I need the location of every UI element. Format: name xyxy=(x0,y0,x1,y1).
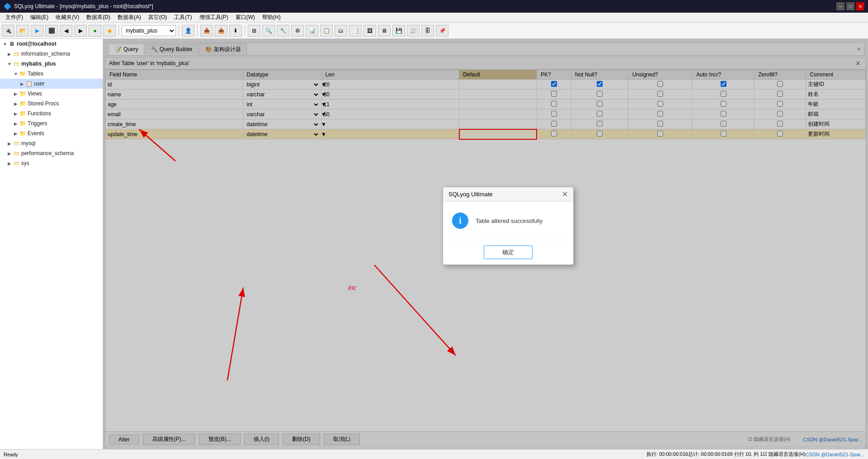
app-icon: 🔷 xyxy=(4,3,11,10)
title-bar: 🔷 SQLyog Ultimate - [mysql/mybatis_plus … xyxy=(0,0,868,13)
bottom-status-bar: Ready 执行: 00:00:00:016 总计: 00:00:00:016 … xyxy=(0,449,868,459)
toggle-tables: ▼ xyxy=(13,71,19,76)
menu-bar: 文件(F) 编辑(E) 收藏夹(V) 数据库(D) 数据表(A) 其它(O) 工… xyxy=(0,13,868,23)
new-connection-btn[interactable]: 🔌 xyxy=(2,25,14,37)
title-bar-left: 🔷 SQLyog Ultimate - [mysql/mybatis_plus … xyxy=(4,3,153,10)
tool3-btn[interactable]: 📊 xyxy=(306,25,318,37)
tree-folder-functions[interactable]: ▶ 📁 Functions xyxy=(0,109,103,118)
label-functions: Functions xyxy=(28,110,51,117)
tool2-btn[interactable]: ⚙ xyxy=(291,25,304,37)
tree-db-sys[interactable]: ▶ 🗃 sys xyxy=(0,158,103,168)
tool9-btn[interactable]: 💾 xyxy=(392,25,405,37)
tree-server-label: root@localhost xyxy=(17,41,57,47)
maximize-button[interactable]: □ xyxy=(846,2,854,10)
export-btn[interactable]: 📤 xyxy=(215,25,227,37)
modal-info-icon: i xyxy=(452,213,468,229)
folder-functions-icon: 📁 xyxy=(19,110,26,117)
toggle-user: ▶ xyxy=(19,81,25,86)
modal-close-btn[interactable]: ✕ xyxy=(562,190,568,199)
tool7-btn[interactable]: 🖼 xyxy=(363,25,376,37)
label-user: user xyxy=(34,80,44,87)
db-icon-mybatis: 🗃 xyxy=(13,61,20,67)
user-btn[interactable]: 👤 xyxy=(182,25,194,37)
modal-ok-btn[interactable]: 确定 xyxy=(484,246,533,259)
menu-favorites[interactable]: 收藏夹(V) xyxy=(52,13,83,22)
menu-file[interactable]: 文件(F) xyxy=(2,13,27,22)
server-icon: 🖥 xyxy=(8,41,15,47)
label-triggers: Triggers xyxy=(28,120,47,127)
menu-database[interactable]: 数据库(D) xyxy=(83,13,114,22)
tool8-btn[interactable]: 🖥 xyxy=(378,25,391,37)
status-credit: CSDN @Daniel521-Spar... xyxy=(806,452,864,457)
tree-db-mysql[interactable]: ▶ 🗃 mysql xyxy=(0,138,103,148)
label-events: Events xyxy=(28,130,44,137)
modal-dialog: SQLyog Ultimate ✕ i Table altered succes… xyxy=(443,187,574,265)
status-ready: Ready xyxy=(4,452,18,457)
minimize-button[interactable]: ─ xyxy=(836,2,844,10)
main-layout: ▼ 🖥 root@localhost ▶ 🗃 information_schem… xyxy=(0,39,868,449)
export2-btn[interactable]: ⬇ xyxy=(229,25,242,37)
toggle-stored-procs: ▶ xyxy=(13,101,19,106)
tree-folder-events[interactable]: ▶ 📁 Events xyxy=(0,128,103,138)
tool11-btn[interactable]: 🗄 xyxy=(421,25,434,37)
title-text: SQLyog Ultimate - [mysql/mybatis_plus - … xyxy=(14,3,153,9)
folder-tables-icon: 📁 xyxy=(19,71,26,77)
toggle-views: ▶ xyxy=(13,91,19,96)
menu-enhanced-tools[interactable]: 增强工具(P) xyxy=(196,13,232,22)
open-file-btn[interactable]: 📂 xyxy=(16,25,29,37)
folder-events-icon: 📁 xyxy=(19,130,26,137)
database-selector[interactable]: mybatis_plus xyxy=(122,25,176,36)
menu-edit[interactable]: 编辑(E) xyxy=(27,13,52,22)
search-btn[interactable]: 🔍 xyxy=(262,25,275,37)
db-icon-perf: 🗃 xyxy=(13,150,20,156)
status-rows: 9 行 xyxy=(730,451,739,458)
tool5-btn[interactable]: 🗂 xyxy=(335,25,347,37)
menu-help[interactable]: 帮助(H) xyxy=(259,13,284,22)
import-btn[interactable]: 📥 xyxy=(200,25,213,37)
tool4-btn[interactable]: 📋 xyxy=(320,25,333,37)
tree-table-user[interactable]: ▶ 📋 user xyxy=(0,79,103,89)
label-info-schema: information_schema xyxy=(21,51,70,57)
modal-overlay: SQLyog Ultimate ✕ i Table altered succes… xyxy=(103,39,868,449)
label-stored-procs: Stored Procs xyxy=(28,100,59,107)
tree-folder-tables[interactable]: ▼ 📁 Tables xyxy=(0,69,103,79)
tool1-btn[interactable]: 🔧 xyxy=(277,25,289,37)
tool10-btn[interactable]: 📰 xyxy=(407,25,420,37)
tool12-btn[interactable]: 📌 xyxy=(436,25,448,37)
menu-window[interactable]: 窗口(W) xyxy=(232,13,259,22)
nav-btn3[interactable]: ● xyxy=(89,25,101,37)
stop-btn[interactable]: ⬛ xyxy=(45,25,58,37)
nav-btn4[interactable]: ◆ xyxy=(103,25,116,37)
toggle-mybatis: ▼ xyxy=(6,62,13,66)
status-exec-time: 执行: 00:00:00:016 xyxy=(646,451,688,458)
status-position: 行 10, 列 1 xyxy=(739,451,763,458)
toolbar-sep1 xyxy=(118,25,119,36)
toolbar: 🔌 📂 ▶ ⬛ ◀ ▶ ● ◆ mybatis_plus 👤 📥 📤 ⬇ ⊞ 🔍… xyxy=(0,23,868,39)
label-mysql: mysql xyxy=(21,140,35,147)
label-sys: sys xyxy=(21,160,29,166)
tree-db-mybatis-plus[interactable]: ▼ 🗃 mybatis_plus xyxy=(0,59,103,69)
tree-folder-triggers[interactable]: ▶ 📁 Triggers xyxy=(0,118,103,128)
toggle-mysql: ▶ xyxy=(6,141,13,146)
folder-stored-procs-icon: 📁 xyxy=(19,100,26,107)
back-btn[interactable]: ◀ xyxy=(60,25,72,37)
tool6-btn[interactable]: 📑 xyxy=(349,25,362,37)
tree-server[interactable]: ▼ 🖥 root@localhost xyxy=(0,39,103,49)
menu-tools[interactable]: 工具(T) xyxy=(170,13,195,22)
menu-other[interactable]: 其它(O) xyxy=(145,13,170,22)
grid-btn[interactable]: ⊞ xyxy=(248,25,260,37)
toggle-sys: ▶ xyxy=(6,161,13,166)
label-views: Views xyxy=(28,90,42,97)
tree-folder-stored-procs[interactable]: ▶ 📁 Stored Procs xyxy=(0,99,103,109)
toolbar-sep3 xyxy=(197,25,198,36)
execute-btn[interactable]: ▶ xyxy=(31,25,43,37)
forward-btn[interactable]: ▶ xyxy=(74,25,87,37)
close-button[interactable]: ✕ xyxy=(856,2,864,10)
table-icon-user: 📋 xyxy=(25,80,33,87)
status-hide-lang[interactable]: ☑ 隐藏语言选项(H) xyxy=(763,451,805,458)
tree-folder-views[interactable]: ▶ 📁 Views xyxy=(0,89,103,99)
menu-table[interactable]: 数据表(A) xyxy=(114,13,145,22)
tree-db-performance-schema[interactable]: ▶ 🗃 performance_schema xyxy=(0,148,103,158)
tree-db-information-schema[interactable]: ▶ 🗃 information_schema xyxy=(0,49,103,59)
toggle-triggers: ▶ xyxy=(13,121,19,126)
